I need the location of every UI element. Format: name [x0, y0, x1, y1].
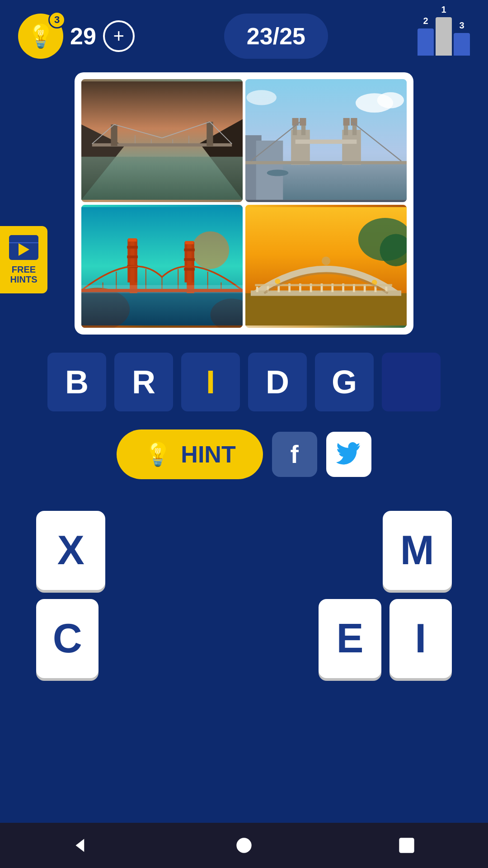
nav-home-button[interactable] — [226, 827, 262, 863]
svg-rect-28 — [343, 118, 350, 126]
svg-rect-27 — [352, 124, 357, 135]
recent-icon — [395, 834, 418, 857]
svg-rect-65 — [81, 285, 243, 293]
play-icon — [19, 243, 29, 256]
free-hints-tab[interactable]: FREEHINTS — [0, 226, 47, 293]
keyboard-row-2: C E I — [36, 599, 452, 678]
answer-letter-4: G — [332, 363, 357, 401]
key-c-label: C — [53, 615, 82, 662]
answer-letter-0: B — [65, 363, 89, 401]
bulb-number: 3 — [48, 11, 66, 28]
svg-marker-88 — [76, 839, 84, 852]
svg-rect-4 — [81, 157, 243, 200]
svg-rect-7 — [206, 122, 213, 146]
rank-3: 3 — [459, 20, 464, 31]
clapperboard-icon — [9, 235, 38, 260]
rank-1: 1 — [441, 5, 446, 15]
svg-rect-55 — [184, 268, 195, 271]
nav-back-button[interactable] — [63, 827, 99, 863]
svg-rect-69 — [245, 293, 407, 326]
hint-count: 29 — [70, 23, 96, 50]
answer-box-2[interactable]: I — [181, 353, 240, 411]
key-x-label: X — [57, 527, 84, 574]
svg-rect-30 — [296, 140, 357, 144]
key-m[interactable]: M — [383, 511, 452, 590]
key-m-label: M — [400, 527, 434, 574]
golden-gate-svg — [81, 205, 243, 328]
svg-rect-90 — [399, 838, 414, 853]
nav-recent-button[interactable] — [389, 827, 425, 863]
twitter-icon — [336, 442, 361, 467]
svg-point-89 — [236, 838, 251, 853]
free-hints-label: FREEHINTS — [10, 264, 38, 284]
answer-box-1[interactable]: R — [114, 353, 173, 411]
level-text: 23/25 — [247, 23, 305, 49]
home-icon — [233, 834, 255, 857]
key-x[interactable]: X — [36, 511, 105, 590]
key-i[interactable]: I — [389, 599, 452, 678]
arch-bridge-svg — [245, 205, 407, 328]
bulb-icon: 💡 — [27, 23, 55, 49]
answer-letter-1: R — [132, 363, 155, 401]
svg-rect-24 — [300, 118, 306, 126]
svg-rect-26 — [344, 124, 348, 135]
hints-counter: 💡 3 29 + — [18, 14, 135, 59]
svg-rect-54 — [184, 258, 195, 261]
image-grid: CC — [75, 72, 413, 335]
svg-rect-49 — [128, 238, 137, 241]
svg-rect-41 — [81, 291, 243, 326]
svg-point-85 — [322, 257, 330, 265]
key-e[interactable]: E — [319, 599, 381, 678]
answer-letter-3: D — [266, 363, 289, 401]
image-golden-gate — [81, 205, 243, 328]
svg-rect-29 — [351, 118, 357, 126]
level-indicator: 23/25 — [224, 14, 328, 59]
hint-bulb-icon: 💡 — [144, 441, 172, 467]
image-grid-container: CC — [75, 72, 413, 335]
back-icon — [70, 834, 93, 857]
podium-second: 2 — [418, 28, 434, 56]
svg-rect-56 — [185, 241, 194, 244]
nav-bar — [0, 823, 488, 868]
tower-bridge-svg — [245, 79, 407, 202]
svg-rect-31 — [245, 161, 407, 164]
svg-rect-47 — [127, 255, 138, 258]
podium: 2 1 3 — [418, 17, 470, 56]
answer-box-3[interactable]: D — [248, 353, 307, 411]
image-clifton-bridge: CC — [81, 79, 243, 202]
facebook-button[interactable]: f — [272, 432, 317, 477]
svg-rect-70 — [251, 291, 401, 296]
svg-rect-71 — [256, 287, 258, 292]
keyboard-area: X M C E I — [0, 497, 488, 701]
rank-2: 2 — [423, 16, 428, 26]
answer-box-4[interactable]: G — [315, 353, 374, 411]
keyboard-row-1: X M — [36, 511, 452, 590]
podium-first: 1 — [436, 17, 452, 56]
clifton-svg — [81, 79, 243, 202]
svg-rect-53 — [184, 249, 195, 251]
answer-letter-2: I — [206, 363, 215, 401]
key-e-label: E — [336, 615, 363, 662]
answer-box-0[interactable]: B — [47, 353, 106, 411]
add-hints-button[interactable]: + — [103, 20, 135, 52]
twitter-button[interactable] — [326, 432, 371, 477]
key-c[interactable]: C — [36, 599, 99, 678]
action-row: 💡 HINT f — [0, 429, 488, 479]
hint-button-label: HINT — [181, 441, 235, 468]
answer-box-5[interactable] — [382, 353, 441, 411]
svg-rect-46 — [127, 246, 138, 249]
svg-point-37 — [246, 90, 277, 105]
bulb-badge: 💡 3 — [18, 14, 63, 59]
svg-point-42 — [192, 231, 229, 269]
svg-point-36 — [377, 92, 404, 108]
hint-button[interactable]: 💡 HINT — [117, 429, 263, 479]
image-arch-bridge — [245, 205, 407, 328]
svg-rect-51 — [184, 242, 187, 282]
plus-icon: + — [113, 25, 125, 47]
leaderboard[interactable]: 2 1 3 — [418, 17, 470, 56]
facebook-icon: f — [290, 440, 298, 469]
podium-third: 3 — [454, 33, 470, 56]
svg-rect-6 — [111, 124, 117, 146]
svg-rect-52 — [192, 242, 194, 282]
header: 💡 3 29 + 23/25 2 1 3 — [0, 0, 488, 68]
